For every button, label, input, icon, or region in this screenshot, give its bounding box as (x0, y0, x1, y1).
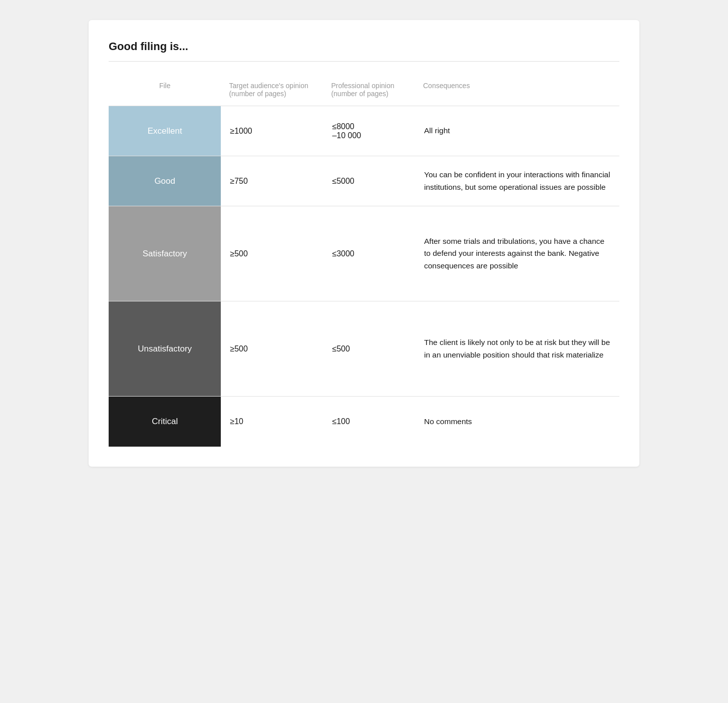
file-cell-critical: Critical (109, 397, 221, 447)
table-header-row: File Target audience's opinion(number of… (109, 76, 619, 106)
professional-cell-satisfactory: ≤3000 (323, 206, 415, 301)
professional-cell-good: ≤5000 (323, 156, 415, 206)
consequences-cell-critical: No comments (415, 397, 619, 447)
table-row-good: Good≥750≤5000You can be confident in you… (109, 156, 619, 206)
title-divider (109, 61, 619, 62)
table-row-excellent: Excellent≥1000≤8000–10 000All right (109, 106, 619, 156)
table-row-unsatisfactory: Unsatisfactory≥500≤500The client is like… (109, 301, 619, 397)
consequences-cell-excellent: All right (415, 106, 619, 156)
filing-table: File Target audience's opinion(number of… (109, 76, 619, 447)
col-header-professional: Professional opinion(number of pages) (323, 76, 415, 106)
col-header-file: File (109, 76, 221, 106)
consequences-cell-satisfactory: After some trials and tribulations, you … (415, 206, 619, 301)
target-cell-satisfactory: ≥500 (221, 206, 323, 301)
file-cell-good: Good (109, 156, 221, 206)
file-cell-excellent: Excellent (109, 106, 221, 156)
main-card: Good filing is... File Target audience's… (89, 20, 639, 467)
page-title: Good filing is... (109, 40, 619, 53)
professional-cell-unsatisfactory: ≤500 (323, 301, 415, 397)
professional-cell-critical: ≤100 (323, 397, 415, 447)
target-cell-excellent: ≥1000 (221, 106, 323, 156)
table-row-satisfactory: Satisfactory≥500≤3000After some trials a… (109, 206, 619, 301)
table-row-critical: Critical≥10≤100No comments (109, 397, 619, 447)
col-header-target: Target audience's opinion(number of page… (221, 76, 323, 106)
professional-cell-excellent: ≤8000–10 000 (323, 106, 415, 156)
consequences-cell-good: You can be confident in your interaction… (415, 156, 619, 206)
file-cell-satisfactory: Satisfactory (109, 206, 221, 301)
target-cell-critical: ≥10 (221, 397, 323, 447)
file-cell-unsatisfactory: Unsatisfactory (109, 301, 221, 397)
target-cell-good: ≥750 (221, 156, 323, 206)
consequences-cell-unsatisfactory: The client is likely not only to be at r… (415, 301, 619, 397)
target-cell-unsatisfactory: ≥500 (221, 301, 323, 397)
col-header-consequences: Consequences (415, 76, 619, 106)
